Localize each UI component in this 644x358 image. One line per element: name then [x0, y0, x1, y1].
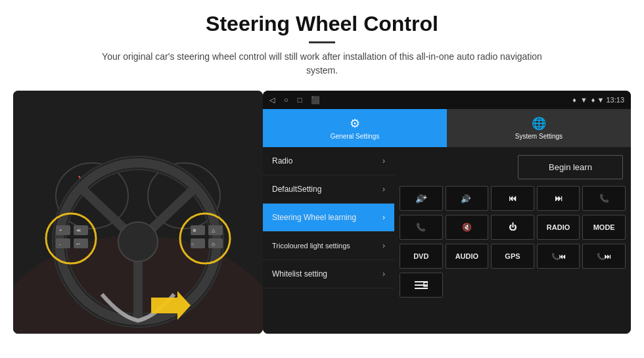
- call-prev-button[interactable]: 📞⏮: [537, 244, 580, 269]
- audio-button[interactable]: AUDIO: [446, 244, 489, 269]
- menu-item-tricoloured[interactable]: Tricoloured light settings ›: [263, 232, 394, 260]
- vol-down-button[interactable]: 🔊-: [446, 186, 489, 211]
- menu-item-radio[interactable]: Radio ›: [263, 147, 394, 175]
- control-row-3: DVD AUDIO GPS 📞⏮ 📞⏭: [400, 244, 626, 269]
- steering-wheel-image: + ≪ - ↩ ⊕ △ ○ ◇: [13, 91, 263, 334]
- chevron-right-icon: ›: [382, 213, 385, 222]
- chevron-right-icon: ›: [382, 156, 385, 166]
- title-divider: [309, 41, 335, 43]
- svg-rect-16: [56, 238, 70, 248]
- home-icon[interactable]: ○: [284, 96, 288, 104]
- phone-end-button[interactable]: 📞: [400, 215, 443, 240]
- back-icon[interactable]: ◁: [269, 96, 275, 104]
- menu-item-steering-wheel[interactable]: Steering Wheel learning ›: [263, 204, 394, 232]
- svg-text:+: +: [423, 194, 427, 201]
- svg-text:○: ○: [191, 242, 194, 246]
- chevron-right-icon: ›: [382, 185, 385, 194]
- svg-rect-24: [208, 225, 223, 235]
- mode-button[interactable]: MODE: [582, 215, 626, 240]
- svg-text:+: +: [59, 228, 62, 233]
- svg-text:↩: ↩: [76, 242, 80, 246]
- recents-icon[interactable]: □: [298, 96, 302, 104]
- status-bar-nav-icons: ◁ ○ □ ⬛: [269, 96, 320, 104]
- svg-rect-37: [415, 284, 428, 286]
- clock: ♦ ▼ 13:13: [591, 96, 624, 104]
- globe-icon: 🌐: [532, 116, 546, 131]
- page-header: Steering Wheel Control Your original car…: [0, 0, 644, 84]
- begin-learn-row: Begin learn: [400, 152, 626, 182]
- tab-bar: ⚙ General Settings 🌐 System Settings: [263, 109, 631, 147]
- control-row-1: 🔊+ 🔊- ⏮ ⏭ 📞: [400, 186, 626, 211]
- status-bar-info: ♦ ▼ ♦ ▼ 13:13: [572, 96, 624, 104]
- main-panel: Radio › DefaultSetting › Steering Wheel …: [263, 147, 631, 334]
- svg-text:≪: ≪: [76, 228, 81, 233]
- chevron-right-icon: ›: [382, 269, 385, 279]
- menu-item-default-setting[interactable]: DefaultSetting ›: [263, 175, 394, 204]
- status-bar: ◁ ○ □ ⬛ ♦ ▼ ♦ ▼ 13:13: [263, 91, 631, 109]
- call-next-button[interactable]: 📞⏭: [582, 244, 626, 269]
- page-title: Steering Wheel Control: [39, 12, 605, 36]
- menu-icon[interactable]: ⬛: [311, 96, 320, 104]
- svg-text:-: -: [469, 194, 471, 201]
- svg-rect-38: [415, 288, 428, 289]
- dvd-button[interactable]: DVD: [400, 244, 443, 269]
- chevron-right-icon: ›: [382, 241, 385, 250]
- phone-button[interactable]: 📞: [582, 186, 626, 211]
- gps-button[interactable]: GPS: [491, 244, 534, 269]
- settings-menu: Radio › DefaultSetting › Steering Wheel …: [263, 147, 394, 334]
- prev-track-button[interactable]: ⏮: [491, 186, 534, 211]
- svg-rect-14: [56, 225, 70, 235]
- android-ui: ◁ ○ □ ⬛ ♦ ▼ ♦ ▼ 13:13 ⚙ General Settings…: [263, 91, 631, 334]
- next-track-button[interactable]: ⏭: [537, 186, 580, 211]
- svg-rect-26: [208, 238, 223, 248]
- tab-general-settings[interactable]: ⚙ General Settings: [263, 109, 447, 147]
- vol-up-button[interactable]: 🔊+: [400, 186, 443, 211]
- radio-button[interactable]: RADIO: [537, 215, 580, 240]
- gear-icon: ⚙: [350, 116, 360, 131]
- power-button[interactable]: ⏻: [491, 215, 534, 240]
- mute-button[interactable]: 🔇: [446, 215, 489, 240]
- tab-system-settings[interactable]: 🌐 System Settings: [447, 109, 631, 147]
- begin-learn-button[interactable]: Begin learn: [518, 155, 623, 179]
- list-button[interactable]: [400, 273, 443, 298]
- svg-text:⊕: ⊕: [193, 228, 196, 233]
- location-icon: ♦: [572, 96, 576, 104]
- control-row-2: 📞 🔇 ⏻ RADIO MODE: [400, 215, 626, 240]
- steering-wheel-controls: Begin learn 🔊+ 🔊- ⏮ ⏭ 📞 📞: [394, 147, 631, 334]
- content-area: + ≪ - ↩ ⊕ △ ○ ◇ ◁ ○: [0, 84, 644, 334]
- control-row-4: [400, 273, 626, 298]
- header-description: Your original car's steering wheel contr…: [92, 50, 552, 78]
- svg-point-12: [118, 222, 158, 261]
- wifi-icon: ▼: [580, 96, 587, 104]
- menu-item-whitelist[interactable]: Whitelist setting ›: [263, 260, 394, 288]
